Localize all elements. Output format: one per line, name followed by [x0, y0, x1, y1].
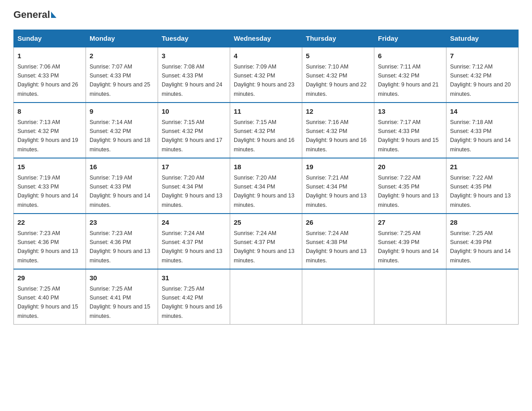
calendar-cell — [230, 269, 302, 325]
calendar-cell: 21Sunrise: 7:22 AMSunset: 4:35 PMDayligh… — [446, 158, 519, 214]
day-number: 25 — [234, 218, 298, 228]
day-info: Sunrise: 7:08 AMSunset: 4:33 PMDaylight:… — [162, 64, 223, 97]
calendar-cell: 24Sunrise: 7:24 AMSunset: 4:37 PMDayligh… — [158, 214, 230, 269]
day-info: Sunrise: 7:23 AMSunset: 4:36 PMDaylight:… — [17, 230, 78, 264]
day-info: Sunrise: 7:10 AMSunset: 4:32 PMDaylight:… — [306, 64, 367, 97]
day-info: Sunrise: 7:15 AMSunset: 4:32 PMDaylight:… — [162, 119, 223, 153]
calendar-cell: 31Sunrise: 7:25 AMSunset: 4:42 PMDayligh… — [158, 269, 230, 325]
logo-general-text: General — [13, 9, 50, 21]
calendar-cell: 20Sunrise: 7:22 AMSunset: 4:35 PMDayligh… — [374, 158, 446, 214]
day-info: Sunrise: 7:24 AMSunset: 4:37 PMDaylight:… — [234, 230, 295, 264]
day-number: 20 — [378, 162, 442, 172]
day-info: Sunrise: 7:09 AMSunset: 4:32 PMDaylight:… — [234, 64, 295, 97]
weekday-header-saturday: Saturday — [446, 30, 519, 47]
day-number: 2 — [90, 51, 154, 61]
day-info: Sunrise: 7:25 AMSunset: 4:39 PMDaylight:… — [378, 230, 439, 264]
calendar-cell — [302, 269, 374, 325]
day-number: 30 — [90, 273, 154, 283]
calendar-cell: 13Sunrise: 7:17 AMSunset: 4:33 PMDayligh… — [374, 103, 446, 158]
calendar-cell: 2Sunrise: 7:07 AMSunset: 4:33 PMDaylight… — [86, 47, 158, 103]
calendar-cell: 27Sunrise: 7:25 AMSunset: 4:39 PMDayligh… — [374, 214, 446, 269]
day-info: Sunrise: 7:14 AMSunset: 4:32 PMDaylight:… — [90, 119, 150, 153]
day-info: Sunrise: 7:11 AMSunset: 4:32 PMDaylight:… — [378, 64, 439, 97]
calendar-cell — [446, 269, 519, 325]
day-info: Sunrise: 7:07 AMSunset: 4:33 PMDaylight:… — [90, 64, 150, 97]
logo: General — [13, 9, 57, 21]
calendar-cell: 17Sunrise: 7:20 AMSunset: 4:34 PMDayligh… — [158, 158, 230, 214]
day-number: 27 — [378, 218, 442, 228]
calendar-cell: 19Sunrise: 7:21 AMSunset: 4:34 PMDayligh… — [302, 158, 374, 214]
weekday-header-sunday: Sunday — [14, 30, 86, 47]
calendar-table: SundayMondayTuesdayWednesdayThursdayFrid… — [13, 30, 519, 325]
day-info: Sunrise: 7:15 AMSunset: 4:32 PMDaylight:… — [234, 119, 295, 153]
day-info: Sunrise: 7:25 AMSunset: 4:42 PMDaylight:… — [162, 286, 223, 319]
weekday-header-wednesday: Wednesday — [230, 30, 302, 47]
day-info: Sunrise: 7:22 AMSunset: 4:35 PMDaylight:… — [378, 175, 439, 208]
day-number: 13 — [378, 107, 442, 117]
page-header: General — [13, 9, 519, 21]
calendar-cell: 5Sunrise: 7:10 AMSunset: 4:32 PMDaylight… — [302, 47, 374, 103]
day-number: 23 — [90, 218, 154, 228]
calendar-cell: 16Sunrise: 7:19 AMSunset: 4:33 PMDayligh… — [86, 158, 158, 214]
weekday-header-friday: Friday — [374, 30, 446, 47]
calendar-week-row: 1Sunrise: 7:06 AMSunset: 4:33 PMDaylight… — [14, 47, 519, 103]
calendar-cell: 26Sunrise: 7:24 AMSunset: 4:38 PMDayligh… — [302, 214, 374, 269]
calendar-cell: 3Sunrise: 7:08 AMSunset: 4:33 PMDaylight… — [158, 47, 230, 103]
calendar-cell: 1Sunrise: 7:06 AMSunset: 4:33 PMDaylight… — [14, 47, 86, 103]
calendar-cell — [374, 269, 446, 325]
day-number: 24 — [162, 218, 226, 228]
calendar-cell: 7Sunrise: 7:12 AMSunset: 4:32 PMDaylight… — [446, 47, 519, 103]
day-info: Sunrise: 7:24 AMSunset: 4:37 PMDaylight:… — [162, 230, 223, 264]
day-number: 15 — [17, 162, 82, 172]
calendar-cell: 14Sunrise: 7:18 AMSunset: 4:33 PMDayligh… — [446, 103, 519, 158]
calendar-cell: 25Sunrise: 7:24 AMSunset: 4:37 PMDayligh… — [230, 214, 302, 269]
day-info: Sunrise: 7:25 AMSunset: 4:40 PMDaylight:… — [17, 286, 78, 319]
calendar-cell: 29Sunrise: 7:25 AMSunset: 4:40 PMDayligh… — [14, 269, 86, 325]
day-info: Sunrise: 7:21 AMSunset: 4:34 PMDaylight:… — [306, 175, 367, 208]
calendar-cell: 8Sunrise: 7:13 AMSunset: 4:32 PMDaylight… — [14, 103, 86, 158]
day-number: 9 — [90, 107, 154, 117]
weekday-header-monday: Monday — [86, 30, 158, 47]
day-number: 5 — [306, 51, 370, 61]
day-number: 12 — [306, 107, 370, 117]
calendar-cell: 23Sunrise: 7:23 AMSunset: 4:36 PMDayligh… — [86, 214, 158, 269]
day-number: 22 — [17, 218, 82, 228]
calendar-cell: 10Sunrise: 7:15 AMSunset: 4:32 PMDayligh… — [158, 103, 230, 158]
day-info: Sunrise: 7:24 AMSunset: 4:38 PMDaylight:… — [306, 230, 367, 264]
calendar-week-row: 8Sunrise: 7:13 AMSunset: 4:32 PMDaylight… — [14, 103, 519, 158]
calendar-cell: 22Sunrise: 7:23 AMSunset: 4:36 PMDayligh… — [14, 214, 86, 269]
day-info: Sunrise: 7:23 AMSunset: 4:36 PMDaylight:… — [90, 230, 150, 264]
calendar-cell: 4Sunrise: 7:09 AMSunset: 4:32 PMDaylight… — [230, 47, 302, 103]
day-number: 10 — [162, 107, 226, 117]
day-number: 16 — [90, 162, 154, 172]
calendar-cell: 11Sunrise: 7:15 AMSunset: 4:32 PMDayligh… — [230, 103, 302, 158]
day-number: 18 — [234, 162, 298, 172]
day-number: 4 — [234, 51, 298, 61]
weekday-header-row: SundayMondayTuesdayWednesdayThursdayFrid… — [14, 30, 519, 47]
day-info: Sunrise: 7:20 AMSunset: 4:34 PMDaylight:… — [162, 175, 223, 208]
day-info: Sunrise: 7:25 AMSunset: 4:39 PMDaylight:… — [450, 230, 511, 264]
calendar-cell: 28Sunrise: 7:25 AMSunset: 4:39 PMDayligh… — [446, 214, 519, 269]
day-info: Sunrise: 7:17 AMSunset: 4:33 PMDaylight:… — [378, 119, 439, 153]
calendar-week-row: 29Sunrise: 7:25 AMSunset: 4:40 PMDayligh… — [14, 269, 519, 325]
calendar-cell: 30Sunrise: 7:25 AMSunset: 4:41 PMDayligh… — [86, 269, 158, 325]
day-number: 29 — [17, 273, 82, 283]
day-info: Sunrise: 7:25 AMSunset: 4:41 PMDaylight:… — [90, 286, 150, 319]
weekday-header-thursday: Thursday — [302, 30, 374, 47]
day-number: 6 — [378, 51, 442, 61]
day-info: Sunrise: 7:19 AMSunset: 4:33 PMDaylight:… — [90, 175, 150, 208]
day-info: Sunrise: 7:06 AMSunset: 4:33 PMDaylight:… — [17, 64, 78, 97]
day-number: 11 — [234, 107, 298, 117]
day-info: Sunrise: 7:20 AMSunset: 4:34 PMDaylight:… — [234, 175, 295, 208]
day-number: 17 — [162, 162, 226, 172]
day-number: 31 — [162, 273, 226, 283]
calendar-week-row: 22Sunrise: 7:23 AMSunset: 4:36 PMDayligh… — [14, 214, 519, 269]
day-number: 3 — [162, 51, 226, 61]
day-number: 7 — [450, 51, 515, 61]
day-number: 14 — [450, 107, 515, 117]
day-info: Sunrise: 7:16 AMSunset: 4:32 PMDaylight:… — [306, 119, 367, 153]
day-number: 28 — [450, 218, 515, 228]
day-info: Sunrise: 7:22 AMSunset: 4:35 PMDaylight:… — [450, 175, 511, 208]
calendar-cell: 6Sunrise: 7:11 AMSunset: 4:32 PMDaylight… — [374, 47, 446, 103]
day-number: 8 — [17, 107, 82, 117]
